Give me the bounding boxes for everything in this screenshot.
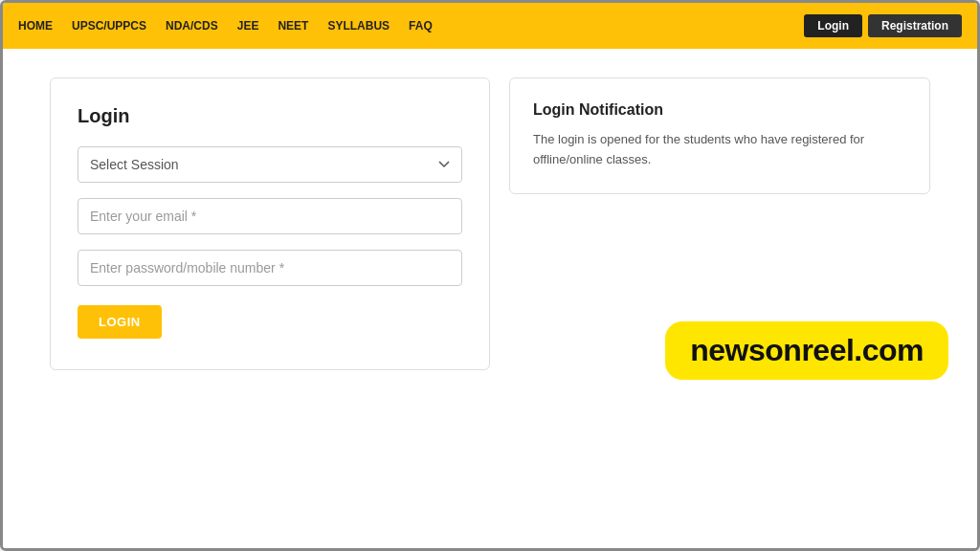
login-card: Login Select Session LOGIN (50, 77, 490, 370)
navbar: HOME UPSC/UPPCS NDA/CDS JEE NEET SYLLABU… (3, 3, 977, 49)
page-frame: HOME UPSC/UPPCS NDA/CDS JEE NEET SYLLABU… (0, 0, 980, 551)
session-select[interactable]: Select Session (78, 146, 462, 183)
nav-faq[interactable]: FAQ (409, 19, 433, 33)
nav-actions: Login Registration (804, 14, 962, 37)
email-input[interactable] (78, 198, 462, 234)
content-wrapper: Login Select Session LOGIN (22, 77, 958, 370)
nav-jee[interactable]: JEE (237, 19, 259, 33)
notification-card: Login Notification The login is opened f… (509, 77, 930, 194)
notification-text: The login is opened for the students who… (533, 130, 906, 170)
session-group: Select Session (78, 146, 462, 183)
login-button[interactable]: LOGIN (78, 305, 162, 339)
password-group (78, 250, 462, 286)
nav-home[interactable]: HOME (18, 19, 53, 33)
nav-upsc[interactable]: UPSC/UPPCS (72, 19, 146, 33)
nav-links: HOME UPSC/UPPCS NDA/CDS JEE NEET SYLLABU… (18, 19, 804, 33)
main-content: Login Select Session LOGIN (3, 49, 977, 548)
nav-nda[interactable]: NDA/CDS (166, 19, 218, 33)
email-group (78, 198, 462, 234)
nav-login-button[interactable]: Login (804, 14, 862, 37)
watermark-container: newsonreel.com (665, 321, 948, 380)
nav-syllabus[interactable]: SYLLABUS (327, 19, 390, 33)
nav-registration-button[interactable]: Registration (868, 14, 962, 37)
login-title: Login (78, 105, 462, 127)
watermark: newsonreel.com (665, 321, 948, 380)
password-input[interactable] (78, 250, 462, 286)
nav-neet[interactable]: NEET (278, 19, 308, 33)
notification-title: Login Notification (533, 101, 906, 119)
